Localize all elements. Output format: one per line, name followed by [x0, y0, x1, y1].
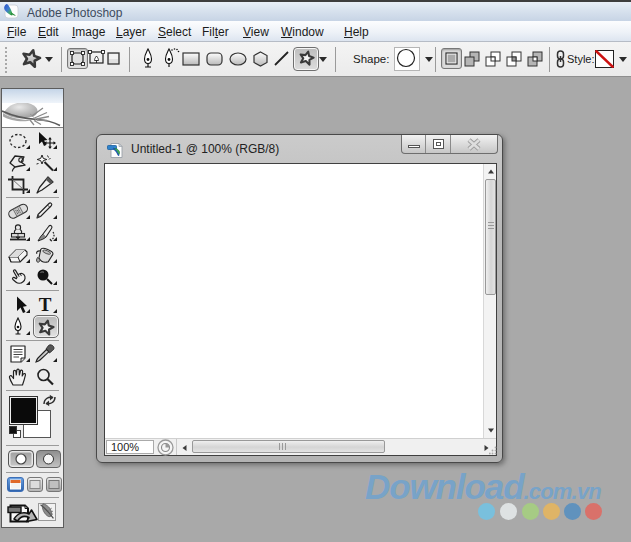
- svg-text:T: T: [39, 295, 52, 315]
